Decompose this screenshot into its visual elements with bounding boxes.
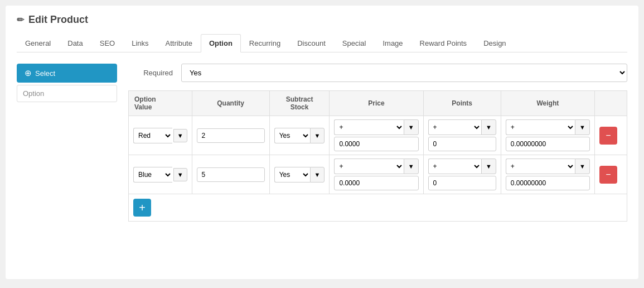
remove-row-button-1[interactable]: −	[599, 127, 617, 145]
select-button-label: Select	[35, 69, 55, 78]
tab-option[interactable]: Option	[201, 34, 241, 52]
option-value-select-2[interactable]: Blue Red	[133, 167, 172, 183]
weight-sign-select-1[interactable]: + -	[506, 119, 575, 135]
subtract-cell-2: Yes No ▼	[269, 155, 330, 194]
tab-general[interactable]: General	[17, 34, 59, 52]
price-sign-select-2[interactable]: + -	[334, 159, 403, 174]
options-table: OptionValue Quantity SubtractStock Price…	[128, 90, 627, 222]
th-option-value: OptionValue	[129, 91, 192, 116]
quantity-cell-2	[192, 155, 269, 194]
tab-design[interactable]: Design	[475, 34, 514, 52]
quantity-input-2[interactable]	[197, 167, 265, 182]
subtract-select-2[interactable]: Yes No	[274, 167, 310, 183]
points-input-1[interactable]	[428, 137, 496, 151]
select-button[interactable]: ⊕ Select	[17, 64, 117, 83]
required-label: Required	[128, 69, 173, 77]
quantity-cell-1	[192, 116, 269, 155]
price-cell-2: + - ▼	[330, 155, 423, 194]
page-wrapper: ✏ Edit Product General Data SEO Links At…	[6, 6, 638, 279]
weight-cell-1: + - ▼	[501, 116, 594, 155]
weight-sign-btn-1[interactable]: ▼	[575, 119, 590, 135]
tabs-container: General Data SEO Links Attribute Option …	[17, 34, 627, 52]
points-sign-btn-2[interactable]: ▼	[481, 159, 496, 174]
left-panel: ⊕ Select Option	[17, 64, 117, 222]
points-cell-2: + - ▼	[423, 155, 501, 194]
tab-image[interactable]: Image	[374, 34, 411, 52]
price-sign-btn-1[interactable]: ▼	[404, 119, 419, 135]
page-header: ✏ Edit Product	[17, 14, 627, 26]
table-row: Red Blue ▼ Yes	[129, 116, 627, 155]
weight-input-2[interactable]	[506, 176, 590, 190]
subtract-dropdown-btn-1[interactable]: ▼	[310, 128, 325, 143]
tab-recurring[interactable]: Recurring	[241, 34, 289, 52]
tab-reward-points[interactable]: Reward Points	[411, 34, 476, 52]
subtract-dropdown-btn-2[interactable]: ▼	[310, 167, 325, 183]
th-quantity: Quantity	[192, 91, 269, 116]
add-row: +	[129, 194, 627, 222]
add-row-button[interactable]: +	[133, 199, 151, 217]
option-value-dropdown-btn-2[interactable]: ▼	[173, 168, 187, 181]
required-select[interactable]: Yes No	[181, 64, 627, 82]
action-cell-2: −	[594, 155, 627, 194]
option-value-cell-2: Blue Red ▼	[129, 155, 192, 194]
option-value-select-1[interactable]: Red Blue	[133, 128, 172, 143]
option-value-cell-1: Red Blue ▼	[129, 116, 192, 155]
points-input-2[interactable]	[428, 176, 496, 190]
price-sign-select-1[interactable]: + -	[334, 119, 403, 135]
tab-seo[interactable]: SEO	[91, 34, 123, 52]
required-row: Required Yes No	[128, 64, 627, 82]
price-cell-1: + - ▼	[330, 116, 423, 155]
points-sign-btn-1[interactable]: ▼	[481, 119, 496, 135]
price-input-1[interactable]	[334, 137, 418, 151]
th-weight: Weight	[501, 91, 594, 116]
table-row: Blue Red ▼ Yes	[129, 155, 627, 194]
th-action	[594, 91, 627, 116]
content-area: ⊕ Select Option Required Yes No OptionVa…	[17, 64, 627, 222]
points-sign-select-1[interactable]: + -	[428, 119, 481, 135]
th-price: Price	[330, 91, 423, 116]
quantity-input-1[interactable]	[197, 128, 265, 143]
option-placeholder-label: Option	[17, 85, 117, 102]
plus-circle-icon: ⊕	[25, 68, 32, 78]
th-points: Points	[423, 91, 501, 116]
action-cell-1: −	[594, 116, 627, 155]
tab-discount[interactable]: Discount	[289, 34, 334, 52]
points-sign-select-2[interactable]: + -	[428, 159, 481, 174]
th-subtract: SubtractStock	[269, 91, 330, 116]
subtract-select-1[interactable]: Yes No	[274, 128, 310, 143]
add-row-cell: +	[129, 194, 627, 222]
option-value-dropdown-btn-1[interactable]: ▼	[173, 129, 187, 142]
tab-data[interactable]: Data	[59, 34, 91, 52]
subtract-cell-1: Yes No ▼	[269, 116, 330, 155]
weight-sign-btn-2[interactable]: ▼	[575, 159, 590, 174]
price-input-2[interactable]	[334, 176, 418, 190]
page-title: Edit Product	[28, 14, 88, 26]
weight-sign-select-2[interactable]: + -	[506, 159, 575, 174]
tab-links[interactable]: Links	[123, 34, 157, 52]
remove-row-button-2[interactable]: −	[599, 166, 617, 184]
weight-input-1[interactable]	[506, 137, 590, 151]
tab-attribute[interactable]: Attribute	[157, 34, 201, 52]
weight-cell-2: + - ▼	[501, 155, 594, 194]
price-sign-btn-2[interactable]: ▼	[404, 159, 419, 174]
tab-special[interactable]: Special	[334, 34, 375, 52]
right-panel: Required Yes No OptionValue Quantity Sub…	[128, 64, 627, 222]
points-cell-1: + - ▼	[423, 116, 501, 155]
pencil-icon: ✏	[17, 15, 24, 25]
